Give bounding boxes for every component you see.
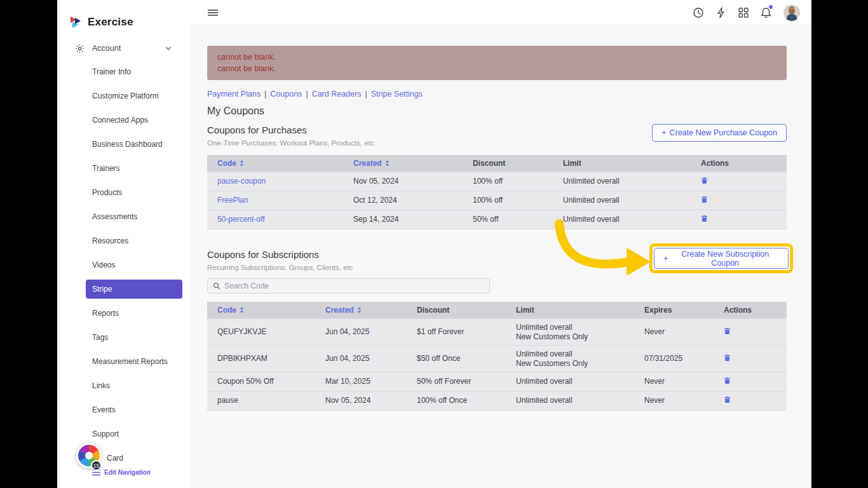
sidebar-item-label: Reports <box>86 304 182 323</box>
sort-icon <box>385 160 390 166</box>
breadcrumb-separator: | <box>365 90 367 98</box>
sidebar-item-connected-apps[interactable]: Connected Apps <box>86 108 182 132</box>
topbar-icons <box>693 4 800 21</box>
sidebar-item-links[interactable]: Links <box>86 374 182 398</box>
code-cell: QEUFYJKVJE <box>207 327 325 337</box>
expires-cell: Never <box>644 396 724 405</box>
sidebar-item-label: Customize Platform <box>86 86 182 105</box>
breadcrumb-link-stripe-settings[interactable]: Stripe Settings <box>371 90 423 98</box>
column-header-actions: Actions <box>701 159 787 168</box>
coupon-code-link[interactable]: FreePlan <box>217 196 248 205</box>
breadcrumb-link-card-readers[interactable]: Card Readers <box>312 90 362 98</box>
limit-cell: Unlimited overall <box>516 377 644 386</box>
sidebar-item-customize-platform[interactable]: Customize Platform <box>86 84 182 108</box>
create-purchase-coupon-label: Create New Purchase Coupon <box>669 128 777 137</box>
table-row: 50-percent-off Sep 14, 2024 50% off Unli… <box>207 210 787 229</box>
error-message: cannot be blank. <box>217 51 776 63</box>
page-title: My Coupons <box>207 105 787 118</box>
account-label: Account <box>92 44 121 53</box>
trash-icon[interactable] <box>724 327 731 335</box>
topbar <box>191 0 811 25</box>
column-header-created[interactable]: Created <box>325 306 417 315</box>
limit-cell: Unlimited overall New Customers Only <box>516 349 644 369</box>
sidebar-item-trainers[interactable]: Trainers <box>86 156 182 180</box>
discount-cell: 50% off Forever <box>417 377 516 386</box>
error-banner: cannot be blank. cannot be blank. <box>207 46 787 80</box>
history-clock-icon[interactable] <box>693 7 704 18</box>
trash-icon[interactable] <box>701 196 708 203</box>
sidebar-item-label: Videos <box>86 255 182 274</box>
coupon-code-link[interactable]: 50-percent-off <box>217 215 265 224</box>
sidebar-item-products[interactable]: Products <box>86 180 182 205</box>
code-cell: DPBIKHPXAM <box>207 354 325 363</box>
trash-icon[interactable] <box>724 354 731 362</box>
trash-icon[interactable] <box>701 215 708 222</box>
user-avatar[interactable] <box>783 4 800 21</box>
sidebar-item-label: Measurement Reports <box>86 352 182 371</box>
discount-cell: 50% off <box>473 215 563 224</box>
sidebar-item-assessments[interactable]: Assessments <box>86 205 182 229</box>
sort-icon <box>240 307 244 313</box>
main-area: cannot be blank. cannot be blank. Paymen… <box>191 0 811 488</box>
edit-navigation-link[interactable]: Edit Navigation <box>92 469 151 476</box>
sidebar-item-videos[interactable]: Videos <box>86 253 182 277</box>
sidebar-item-label: Trainers <box>86 159 182 178</box>
sidebar-item-label: Support <box>86 424 182 444</box>
sidebar-item-stripe[interactable]: Stripe <box>86 277 182 301</box>
column-header-created[interactable]: Created <box>353 159 473 168</box>
created-cell: Nov 05, 2024 <box>353 177 473 186</box>
sidebar-item-measurement-reports[interactable]: Measurement Reports <box>86 349 182 374</box>
column-header-code[interactable]: Code <box>207 306 325 315</box>
breadcrumb-link-coupons[interactable]: Coupons <box>270 90 302 98</box>
subscriptions-section-subtitle: Recurring Subscriptions: Groups, Clients… <box>207 264 353 271</box>
discount-cell: 100% off <box>473 196 563 205</box>
purchases-section-subtitle: One-Time Purchases: Workout Plans, Produ… <box>207 139 374 147</box>
breadcrumb-link-payment-plans[interactable]: Payment Plans <box>207 90 261 98</box>
sidebar-item-trainer-info[interactable]: Trainer Info <box>86 60 182 84</box>
table-row: Coupon 50% Off Mar 10, 2025 50% off Fore… <box>207 372 787 391</box>
sidebar-item-events[interactable]: Events <box>86 398 182 422</box>
breadcrumb-separator: | <box>264 90 266 98</box>
sidebar-item-support[interactable]: Support <box>86 422 182 446</box>
create-purchase-coupon-button[interactable]: + Create New Purchase Coupon <box>652 124 787 142</box>
apps-grid-icon[interactable] <box>738 8 749 18</box>
trash-icon[interactable] <box>724 377 731 384</box>
expires-cell: Never <box>644 327 724 337</box>
purchases-table: Code Created Discount Limit Actions paus… <box>207 155 787 229</box>
create-subscription-coupon-label: Create New Subscription Coupon <box>671 250 779 268</box>
created-cell: Jun 04, 2025 <box>325 327 417 337</box>
column-header-code[interactable]: Code <box>207 159 353 168</box>
hamburger-menu-icon[interactable] <box>208 9 218 17</box>
sidebar-account[interactable]: Account <box>57 42 191 55</box>
trash-icon[interactable] <box>701 177 708 184</box>
sidebar-item-business-dashboard[interactable]: Business Dashboard <box>86 132 182 156</box>
coupon-code-link[interactable]: pause-coupon <box>217 177 266 186</box>
sidebar-item-tags[interactable]: Tags <box>86 325 182 349</box>
sidebar-item-label: Resources <box>86 231 182 250</box>
search-code-input[interactable] <box>224 281 484 290</box>
chevron-down-icon <box>165 46 172 50</box>
lightning-bolt-icon[interactable] <box>716 7 726 18</box>
sidebar-item-label: Events <box>86 400 182 419</box>
sidebar-item-label: Business Dashboard <box>86 135 182 154</box>
sidebar-item-resources[interactable]: Resources <box>86 229 182 253</box>
notification-dot <box>769 5 773 9</box>
sidebar-item-label: Tags <box>86 328 182 347</box>
created-cell: Oct 12, 2024 <box>353 196 473 205</box>
breadcrumb-separator: | <box>306 90 308 98</box>
notification-count-badge: 15 <box>91 460 102 471</box>
created-cell: Nov 05, 2024 <box>325 396 417 405</box>
table-row: QEUFYJKVJE Jun 04, 2025 $1 off Forever U… <box>207 318 787 345</box>
brand-logo[interactable]: Exercise <box>57 0 191 29</box>
trash-icon[interactable] <box>724 396 731 403</box>
create-subscription-coupon-button[interactable]: + Create New Subscription Coupon <box>654 248 789 269</box>
sidebar-nav: Trainer Info Customize Platform Connecte… <box>57 60 191 470</box>
sidebar-item-reports[interactable]: Reports <box>86 301 182 325</box>
search-code-box[interactable] <box>207 278 490 294</box>
bell-icon[interactable] <box>761 7 771 18</box>
sidebar: Exercise Account Trainer Info Customize … <box>57 0 191 488</box>
discount-cell: $50 off Once <box>417 354 516 363</box>
sidebar-item-label: Links <box>86 376 182 395</box>
code-cell: pause <box>207 396 325 405</box>
error-message: cannot be blank. <box>217 63 776 74</box>
